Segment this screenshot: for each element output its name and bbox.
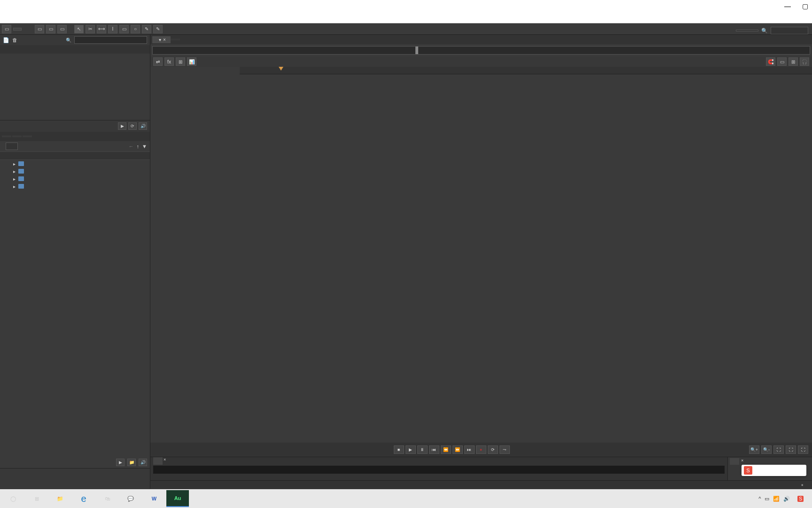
editor-tab[interactable]: ▾× — [152, 36, 171, 43]
titlebar: — ▢ — [0, 0, 812, 12]
tray-chevron-icon[interactable]: ^ — [758, 496, 761, 501]
main-toolbar: ▭ ▭ ▭ ▭ ↖ ✂ ⟷ I ▭ ○ ✎ ✎ 🔍 — [0, 24, 812, 35]
timeline-overview[interactable] — [152, 46, 810, 55]
workspace-select[interactable] — [736, 30, 758, 32]
files-panel: 📄 🗑 🔍 — [0, 35, 150, 120]
help-search-input[interactable] — [771, 27, 808, 34]
toggle-1[interactable]: ⇄ — [153, 57, 163, 66]
minimize-icon[interactable]: — — [784, 2, 791, 10]
up-icon[interactable]: ↑ — [137, 143, 140, 149]
store-icon[interactable]: 🛍 — [96, 490, 118, 507]
transport-controls: ■ ▶ ⏸ ⏮ ⏪ ⏩ ⏭ ● ⟳ ⤳ — [394, 445, 510, 454]
move-tool[interactable]: ↖ — [74, 25, 84, 33]
files-header — [0, 45, 150, 54]
import-icon[interactable]: 📄 — [3, 37, 9, 43]
wechat-icon[interactable]: 💬 — [119, 490, 142, 507]
zoom-full-button[interactable]: ⛶ — [773, 445, 784, 454]
file-row[interactable] — [0, 69, 150, 76]
slip-tool[interactable]: ⟷ — [97, 25, 106, 33]
razor-tool[interactable]: ✂ — [86, 25, 95, 33]
tool-2[interactable]: ▭ — [46, 25, 55, 33]
stop-button[interactable]: ■ — [394, 445, 404, 454]
drive-item[interactable]: ▸ — [0, 160, 150, 167]
play-button[interactable]: ▶ — [406, 445, 416, 454]
ripple-icon[interactable]: ▭ — [777, 57, 787, 66]
loop-button[interactable]: ⟳ — [488, 445, 498, 454]
waveform-view-button[interactable]: ▭ — [2, 25, 11, 33]
loop-mini-button[interactable]: ⟳ — [128, 122, 137, 130]
maximize-icon[interactable]: ▢ — [802, 2, 808, 10]
word-icon[interactable]: W — [143, 490, 165, 507]
snap-icon[interactable]: 🧲 — [766, 57, 775, 66]
skip-button[interactable]: ⤳ — [500, 445, 510, 454]
wifi-icon[interactable]: 📶 — [773, 496, 780, 502]
file-row[interactable] — [0, 61, 150, 69]
levels-panel: × × — [150, 457, 812, 480]
play-mini-button[interactable]: ▶ — [118, 122, 126, 130]
tool-1[interactable]: ▭ — [35, 25, 44, 33]
status-bar: ● — [150, 480, 812, 489]
insert-media-button[interactable]: 📁 — [127, 459, 136, 466]
tab-properties[interactable] — [23, 135, 32, 137]
pause-button[interactable]: ⏸ — [417, 445, 428, 454]
lasso-tool[interactable]: ○ — [131, 25, 140, 33]
autoplay-mini-button[interactable]: 🔊 — [139, 122, 147, 130]
mixer-tab[interactable] — [171, 39, 180, 40]
history-panel — [0, 468, 150, 489]
headphone-icon[interactable]: 🎧 — [800, 57, 809, 66]
editor-panel: ▾× ⇄ fx ⊞ 📊 🧲 ▭ ⊞ 🎧 — [150, 35, 812, 489]
goto-start-button[interactable]: ⏮ — [429, 445, 439, 454]
forward-button[interactable]: ⏩ — [453, 445, 463, 454]
ime-logo-icon[interactable]: S — [744, 466, 752, 475]
zoom-in-button[interactable]: 🔍+ — [749, 445, 759, 454]
goto-end-button[interactable]: ⏭ — [464, 445, 475, 454]
tool-3[interactable]: ▭ — [57, 25, 67, 33]
tab-markers[interactable] — [12, 135, 22, 137]
play-media-button[interactable]: ▶ — [116, 459, 125, 466]
close-icon[interactable]: × — [163, 37, 166, 42]
zoom-amp-button[interactable]: ⛶ — [798, 445, 808, 454]
levels-tab[interactable] — [153, 457, 163, 465]
edge-icon[interactable]: e — [72, 490, 95, 507]
rewind-button[interactable]: ⏪ — [441, 445, 451, 454]
timecode-row: ■ ▶ ⏸ ⏮ ⏪ ⏩ ⏭ ● ⟳ ⤳ 🔍+ 🔍- ⛶ ⛶ ⛶ — [150, 443, 812, 457]
zoom-out-button[interactable]: 🔍- — [761, 445, 772, 454]
toggle-fx[interactable]: fx — [164, 57, 174, 66]
system-tray: ^ ▭ 📶 🔊 S — [758, 496, 810, 502]
autoplay-media-button[interactable]: 🔊 — [139, 459, 147, 466]
volume-icon[interactable]: 🔊 — [783, 496, 790, 502]
file-row[interactable] — [0, 54, 150, 61]
drives-select[interactable] — [6, 143, 18, 150]
drive-item[interactable]: ▸ — [0, 167, 150, 175]
start-button[interactable]: ◯ — [2, 490, 24, 507]
timeline-ruler[interactable] — [240, 67, 812, 74]
audition-icon[interactable]: Au — [166, 490, 189, 507]
toggle-eq[interactable]: 📊 — [187, 57, 196, 66]
record-button[interactable]: ● — [476, 445, 486, 454]
files-search-input[interactable] — [74, 36, 147, 44]
explorer-icon[interactable]: 📁 — [49, 490, 71, 507]
delete-icon[interactable]: 🗑 — [12, 37, 17, 43]
back-icon[interactable]: ← — [129, 143, 134, 149]
close-icon[interactable]: × — [164, 457, 166, 465]
sogou-icon[interactable]: S — [797, 496, 804, 502]
ime-toolbar[interactable]: S — [742, 465, 806, 476]
dropdown-icon[interactable]: ▾ — [159, 37, 161, 42]
drive-item[interactable]: ▸ — [0, 183, 150, 190]
spot-healing-tool[interactable]: ✎ — [153, 25, 163, 33]
drive-item[interactable]: ▸ — [0, 175, 150, 183]
filter-icon[interactable]: ▼ — [142, 143, 147, 149]
brush-tool[interactable]: ✎ — [142, 25, 151, 33]
taskbar: ◯ ⊞ 📁 e 🛍 💬 W Au ^ ▭ 📶 🔊 S — [0, 489, 812, 508]
time-select-tool[interactable]: I — [108, 25, 117, 33]
tab-effects[interactable] — [2, 135, 11, 137]
multitrack-view-button[interactable] — [13, 28, 22, 31]
close-icon[interactable]: × — [741, 458, 743, 465]
toggle-sends[interactable]: ⊞ — [176, 57, 185, 66]
marquee-tool[interactable]: ▭ — [119, 25, 129, 33]
multitrack-area — [150, 74, 812, 443]
zoom-sel-button[interactable]: ⛶ — [786, 445, 796, 454]
battery-icon[interactable]: ▭ — [765, 496, 769, 502]
task-view-button[interactable]: ⊞ — [25, 490, 48, 507]
group-icon[interactable]: ⊞ — [789, 57, 798, 66]
